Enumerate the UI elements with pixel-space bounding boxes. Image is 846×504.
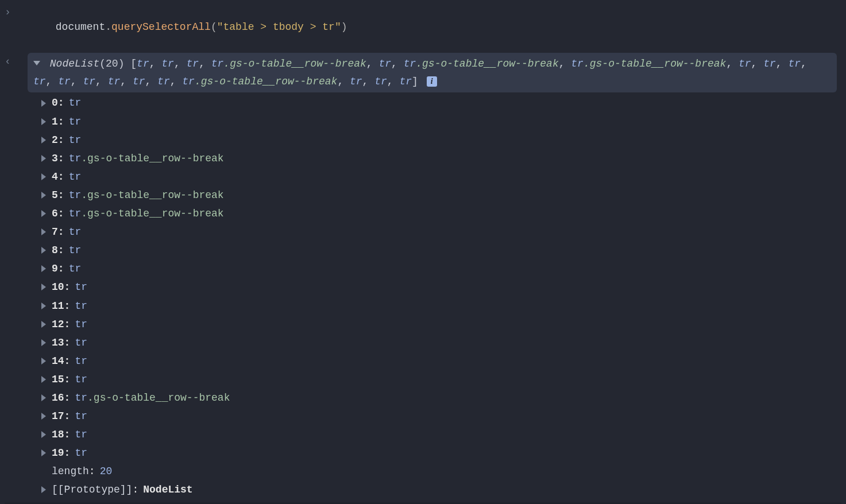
tree-value-tag[interactable]: tr — [69, 188, 82, 203]
summary-element[interactable]: tr — [137, 58, 149, 69]
tree-value-tag[interactable]: tr — [69, 224, 82, 239]
caret-right-icon[interactable] — [41, 376, 46, 383]
tree-value-tag[interactable]: tr — [69, 114, 82, 129]
summary-element-class[interactable]: .gs-o-table__row--break — [223, 58, 366, 69]
tree-indexed-item[interactable]: 8:tr — [41, 241, 841, 259]
result-tree: 0:tr1:tr2:tr3:tr.gs-o-table__row--break4… — [41, 94, 841, 499]
caret-right-icon[interactable] — [41, 192, 46, 199]
tree-index: 10 — [52, 280, 64, 294]
tree-value-class[interactable]: .gs-o-table__row--break — [87, 390, 230, 405]
tree-indexed-item[interactable]: 19:tr — [41, 444, 841, 462]
tree-value-tag[interactable]: tr — [75, 427, 87, 442]
tree-indexed-item[interactable]: 15:tr — [41, 370, 841, 389]
tree-indexed-item[interactable]: 0:tr — [41, 94, 841, 112]
caret-right-icon[interactable] — [41, 247, 46, 254]
summary-element[interactable]: tr — [739, 58, 751, 69]
caret-right-icon[interactable] — [41, 339, 46, 346]
tree-value-tag[interactable]: tr — [75, 317, 87, 332]
caret-right-icon[interactable] — [41, 303, 46, 309]
tree-indexed-item[interactable]: 18:tr — [41, 425, 841, 444]
caret-right-icon[interactable] — [41, 100, 46, 107]
caret-right-icon[interactable] — [41, 486, 46, 493]
tree-value-tag[interactable]: tr — [75, 445, 87, 460]
tree-indexed-item[interactable]: 16:tr.gs-o-table__row--break — [41, 389, 841, 407]
caret-right-icon[interactable] — [41, 265, 46, 272]
summary-element[interactable]: tr — [378, 58, 391, 69]
tree-value-tag[interactable]: tr — [75, 372, 87, 387]
caret-right-icon[interactable] — [41, 358, 46, 365]
summary-element[interactable]: tr — [187, 58, 199, 69]
tree-length-row[interactable]: length:20 — [41, 462, 841, 480]
caret-right-icon[interactable] — [41, 155, 46, 162]
tree-indexed-item[interactable]: 12:tr — [41, 315, 841, 334]
summary-element[interactable]: tr — [161, 58, 174, 69]
summary-element[interactable]: tr — [374, 76, 387, 87]
caret-right-icon[interactable] — [41, 284, 46, 290]
summary-element[interactable]: tr — [788, 58, 801, 69]
summary-element[interactable]: tr — [133, 76, 145, 87]
tree-length-label: length — [52, 464, 89, 479]
tree-indexed-item[interactable]: 11:tr — [41, 297, 841, 315]
tree-value-class[interactable]: .gs-o-table__row--break — [81, 206, 223, 221]
tree-value-tag[interactable]: tr — [75, 335, 87, 350]
summary-element[interactable]: tr — [33, 76, 46, 87]
caret-right-icon[interactable] — [41, 137, 46, 144]
summary-element[interactable]: tr — [83, 76, 95, 87]
summary-element[interactable]: tr — [571, 58, 584, 69]
caret-right-icon[interactable] — [41, 173, 46, 180]
caret-right-icon[interactable] — [41, 413, 46, 420]
tree-value-tag[interactable]: tr — [69, 95, 82, 110]
caret-right-icon[interactable] — [41, 449, 46, 456]
tree-indexed-item[interactable]: 1:tr — [41, 113, 841, 131]
tree-value-class[interactable]: .gs-o-table__row--break — [81, 151, 223, 166]
summary-element-class[interactable]: .gs-o-table__row--break — [584, 58, 726, 69]
summary-element[interactable]: tr — [211, 58, 224, 69]
tree-indexed-item[interactable]: 9:tr — [41, 259, 841, 278]
tree-indexed-item[interactable]: 7:tr — [41, 223, 841, 241]
summary-element[interactable]: tr — [157, 76, 170, 87]
caret-right-icon[interactable] — [41, 228, 46, 235]
summary-element-class[interactable]: .gs-o-table__row--break — [416, 58, 558, 69]
summary-element-class[interactable]: .gs-o-table__row--break — [195, 76, 337, 87]
tree-value-tag[interactable]: tr — [69, 243, 82, 258]
tree-value-tag[interactable]: tr — [69, 169, 82, 184]
tree-value-tag[interactable]: tr — [75, 298, 87, 313]
tree-indexed-item[interactable]: 13:tr — [41, 334, 841, 352]
tree-indexed-item[interactable]: 3:tr.gs-o-table__row--break — [41, 149, 841, 168]
tree-indexed-item[interactable]: 14:tr — [41, 352, 841, 370]
tree-value-tag[interactable]: tr — [69, 151, 82, 166]
tree-prototype-row[interactable]: [[Prototype]]:NodeList — [41, 480, 841, 499]
caret-right-icon[interactable] — [41, 118, 46, 125]
summary-element[interactable]: tr — [58, 76, 71, 87]
summary-element[interactable]: tr — [399, 76, 412, 87]
tree-indexed-item[interactable]: 5:tr.gs-o-table__row--break — [41, 186, 841, 204]
caret-down-icon[interactable] — [33, 61, 40, 65]
caret-right-icon[interactable] — [41, 431, 46, 438]
summary-element[interactable]: tr — [404, 58, 416, 69]
tree-value-tag[interactable]: tr — [75, 354, 87, 369]
tree-indexed-item[interactable]: 4:tr — [41, 168, 841, 186]
token-string: "table > tbody > tr" — [217, 21, 341, 33]
tree-indexed-item[interactable]: 17:tr — [41, 407, 841, 425]
console-input-row[interactable]: › document.querySelectorAll("table > tbo… — [5, 2, 841, 53]
tree-indexed-item[interactable]: 6:tr.gs-o-table__row--break — [41, 204, 841, 223]
info-icon[interactable]: i — [427, 76, 437, 87]
tree-indexed-item[interactable]: 2:tr — [41, 131, 841, 149]
summary-element[interactable]: tr — [350, 76, 362, 87]
caret-right-icon[interactable] — [41, 210, 46, 217]
tree-value-tag[interactable]: tr — [69, 206, 82, 221]
caret-right-icon[interactable] — [41, 321, 46, 328]
tree-value-tag[interactable]: tr — [75, 280, 87, 294]
tree-value-tag[interactable]: tr — [69, 261, 82, 276]
result-summary[interactable]: NodeList(20) [tr, tr, tr, tr.gs-o-table_… — [28, 53, 837, 92]
tree-value-tag[interactable]: tr — [69, 133, 82, 148]
caret-right-icon[interactable] — [41, 394, 46, 401]
tree-value-tag[interactable]: tr — [75, 390, 87, 405]
tree-value-class[interactable]: .gs-o-table__row--break — [81, 188, 223, 203]
tree-index: 4 — [52, 169, 58, 184]
summary-element[interactable]: tr — [108, 76, 121, 87]
tree-indexed-item[interactable]: 10:tr — [41, 278, 841, 296]
tree-value-tag[interactable]: tr — [75, 409, 87, 424]
summary-element[interactable]: tr — [763, 58, 776, 69]
summary-element[interactable]: tr — [182, 76, 195, 87]
